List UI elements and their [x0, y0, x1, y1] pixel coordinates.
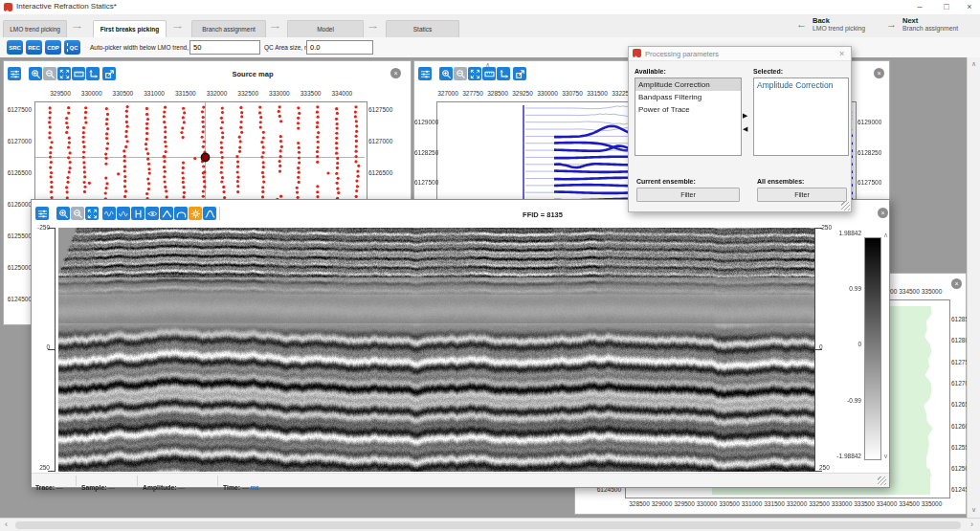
- move-left-icon[interactable]: ◀: [743, 125, 747, 133]
- available-item[interactable]: Bandpass Filtering: [635, 91, 741, 103]
- available-label: Available:: [635, 68, 666, 75]
- fit-view-icon: [59, 69, 70, 79]
- back-button[interactable]: Back LMO trend picking: [813, 16, 865, 32]
- axes-button[interactable]: [86, 67, 100, 80]
- zoom-out-button[interactable]: [71, 207, 84, 220]
- scroll-down-icon[interactable]: ∨: [971, 506, 976, 513]
- tab-branch-assignment[interactable]: Branch assignment: [191, 20, 266, 37]
- traces-close-icon[interactable]: ×: [874, 68, 884, 78]
- horizontal-scrollbar[interactable]: ‹ ›: [0, 518, 980, 531]
- curve-button[interactable]: [203, 207, 216, 220]
- available-item[interactable]: Amplitude Correction: [635, 78, 741, 91]
- axes-button[interactable]: [497, 67, 510, 80]
- amplitude-colorbar: [864, 237, 881, 460]
- eye-icon: [147, 209, 158, 219]
- eye-button[interactable]: [145, 207, 159, 220]
- autopicker-input[interactable]: [189, 40, 260, 55]
- settings-button[interactable]: [418, 67, 432, 80]
- envelope-button[interactable]: [174, 207, 188, 220]
- axis-tick-label: 0: [814, 341, 861, 347]
- maximize-button[interactable]: □: [936, 0, 957, 13]
- axis-tick-label: 6127500: [368, 106, 392, 113]
- tab-first-breaks-picking[interactable]: First breaks picking: [93, 20, 167, 37]
- fit-view-icon: [87, 209, 98, 219]
- scale-1-1-button[interactable]: [482, 67, 496, 80]
- zoom-in-button[interactable]: [56, 207, 70, 220]
- resize-grip[interactable]: [878, 476, 886, 485]
- cdp-mode-button[interactable]: CDP: [45, 40, 61, 55]
- all-ensembles-label: All ensembles:: [757, 178, 804, 185]
- move-right-icon[interactable]: ▶: [743, 112, 747, 120]
- seismic-image[interactable]: [58, 228, 814, 472]
- scale-1-1-button[interactable]: [72, 67, 85, 80]
- axis-tick-label: 6129000: [858, 119, 881, 125]
- settings-button[interactable]: [35, 207, 49, 220]
- axis-tick-label: 331500: [175, 90, 196, 97]
- zoom-out-button[interactable]: [43, 67, 56, 80]
- qc-area-input[interactable]: [306, 40, 373, 55]
- axis-tick-label: 334000: [877, 500, 898, 507]
- available-item[interactable]: Power of Trace: [635, 103, 741, 116]
- settings-button[interactable]: [8, 67, 21, 80]
- current-ensemble-label: Current ensemble:: [636, 178, 696, 185]
- scroll-up-icon[interactable]: ∧: [971, 60, 976, 67]
- scrollbar-thumb[interactable]: [15, 521, 961, 529]
- app-logo-icon: [4, 3, 12, 11]
- axis-tick-label: 6126500: [4, 169, 32, 176]
- axis-tick-label: 6127500: [414, 179, 434, 186]
- qc-mode-button[interactable]: QC: [64, 40, 80, 55]
- vertical-scrollbar[interactable]: ∧ ∨: [967, 57, 980, 518]
- fit-view-button[interactable]: [85, 207, 99, 220]
- source-map-close-icon[interactable]: ×: [390, 68, 401, 78]
- axis-tick-label: 330500: [113, 90, 134, 97]
- export-button[interactable]: [102, 67, 116, 80]
- axis-tick-label: 335000: [922, 288, 943, 295]
- minimize-button[interactable]: –: [909, 0, 930, 13]
- qc-map-close-icon[interactable]: ×: [951, 278, 962, 289]
- tab-lmo-trend-picking[interactable]: LMO trend picking: [3, 20, 67, 37]
- dialog-title: Processing parameters: [645, 50, 719, 58]
- workflow-arrow-icon: →: [268, 21, 281, 31]
- fit-view-button[interactable]: [468, 67, 481, 80]
- colorbar-down-icon[interactable]: ∨: [883, 453, 888, 459]
- axis-tick-label: 329000: [652, 500, 673, 507]
- dialog-close-icon[interactable]: ×: [839, 49, 844, 58]
- tab-statics[interactable]: Statics: [386, 20, 459, 37]
- available-list[interactable]: Amplitude CorrectionBandpass FilteringPo…: [635, 77, 742, 156]
- axis-tick-label: -1.98842: [814, 453, 861, 459]
- rec-mode-button[interactable]: REC: [26, 40, 42, 55]
- wiggle-positive-button[interactable]: [102, 207, 116, 220]
- next-button[interactable]: Next Branch assignment: [902, 16, 958, 32]
- trace-header-button[interactable]: [131, 207, 145, 220]
- processing-gear-button[interactable]: [189, 207, 202, 220]
- status-amplitude: Amplitude: —: [143, 476, 185, 494]
- source-map-title: Source map: [195, 70, 310, 78]
- axis-tick-label: 1.98842: [814, 230, 861, 236]
- axis-tick-label: 331000: [742, 500, 763, 507]
- dialog-resize-grip[interactable]: [841, 202, 850, 210]
- export-button[interactable]: [513, 67, 526, 80]
- src-mode-button[interactable]: SRC: [7, 40, 23, 55]
- all-ensembles-filter-button[interactable]: Filter: [757, 188, 847, 202]
- selected-item[interactable]: Amplitude Correction: [754, 78, 848, 92]
- axis-tick-label: 6128250: [414, 149, 434, 156]
- axis-tick-label: -0.99: [814, 397, 861, 404]
- axis-tick-label: 334500: [899, 288, 920, 295]
- close-button[interactable]: ×: [959, 0, 980, 13]
- dialog-titlebar[interactable]: Processing parameters ×: [629, 47, 851, 61]
- fit-view-button[interactable]: [57, 67, 71, 80]
- ffid-close-icon[interactable]: ×: [878, 208, 888, 218]
- current-ensemble-filter-button[interactable]: Filter: [636, 188, 740, 202]
- zoom-in-button[interactable]: [439, 67, 453, 80]
- tab-model[interactable]: Model: [287, 20, 364, 37]
- scroll-left-icon[interactable]: ‹: [5, 521, 8, 528]
- scroll-right-icon[interactable]: ›: [970, 521, 973, 528]
- zoom-out-button[interactable]: [454, 67, 467, 80]
- zoom-in-button[interactable]: [29, 67, 42, 80]
- selected-list[interactable]: Amplitude Correction: [753, 77, 849, 156]
- wiggle-negative-button[interactable]: [117, 207, 130, 220]
- colorbar-up-icon[interactable]: ∧: [883, 232, 888, 238]
- peak-button[interactable]: [160, 207, 173, 220]
- axis-tick: [814, 471, 822, 472]
- axis-tick-label: 327000: [437, 90, 458, 97]
